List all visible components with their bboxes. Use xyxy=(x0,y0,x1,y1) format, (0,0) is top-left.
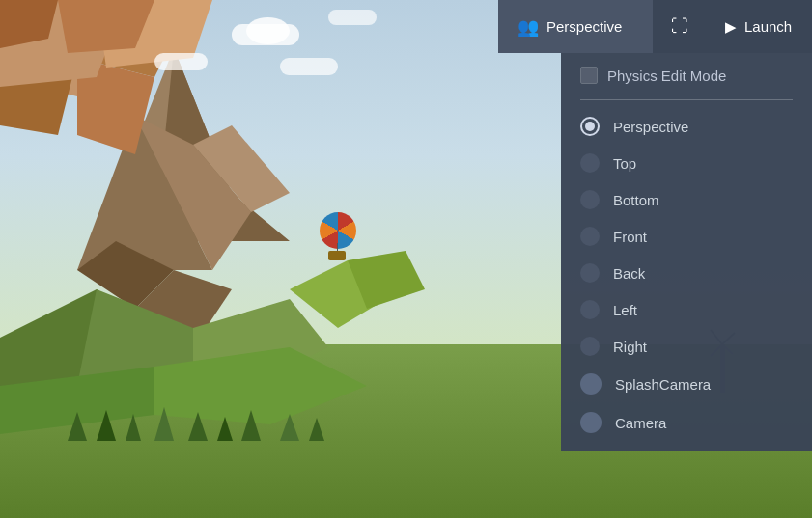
physics-label: Physics Edit Mode xyxy=(607,68,726,84)
menu-divider xyxy=(580,99,793,100)
svg-marker-31 xyxy=(188,412,208,441)
cloud-3 xyxy=(280,58,338,75)
svg-marker-32 xyxy=(217,417,233,441)
hot-air-balloon xyxy=(319,212,357,260)
physics-checkbox[interactable] xyxy=(580,67,598,84)
balloon-envelope xyxy=(320,212,356,249)
perspective-label: Perspective xyxy=(546,18,622,35)
radio-inner-perspective xyxy=(585,122,595,131)
view-option-left[interactable]: Left xyxy=(561,291,812,328)
view-back-label: Back xyxy=(613,265,645,282)
view-option-perspective[interactable]: Perspective xyxy=(561,108,812,145)
launch-button[interactable]: ▶ Launch xyxy=(706,0,812,53)
fullscreen-button[interactable]: ⛶ xyxy=(653,0,706,53)
radio-perspective xyxy=(580,117,600,136)
balloon-basket xyxy=(328,251,346,260)
svg-marker-33 xyxy=(241,410,261,441)
svg-marker-30 xyxy=(154,407,174,441)
radio-splashcamera xyxy=(580,373,602,395)
cliff-rocks xyxy=(0,0,212,154)
view-option-bottom[interactable]: Bottom xyxy=(561,181,812,218)
view-camera-label: Camera xyxy=(615,415,666,431)
view-perspective-label: Perspective xyxy=(613,119,688,135)
view-bottom-label: Bottom xyxy=(613,192,659,208)
trees xyxy=(48,364,338,441)
view-left-label: Left xyxy=(613,302,637,318)
launch-play-icon: ▶ xyxy=(725,18,737,36)
perspective-button[interactable]: 👥 Perspective xyxy=(498,0,653,53)
fullscreen-icon: ⛶ xyxy=(671,16,688,37)
view-option-right[interactable]: Right xyxy=(561,328,812,365)
view-splashcamera-label: SplashCamera xyxy=(615,376,711,393)
svg-marker-28 xyxy=(97,410,116,441)
svg-marker-27 xyxy=(68,412,87,441)
physics-edit-mode-row[interactable]: Physics Edit Mode xyxy=(561,53,812,97)
view-right-label: Right xyxy=(613,339,647,355)
radio-right xyxy=(580,337,600,356)
view-option-front[interactable]: Front xyxy=(561,218,812,255)
svg-marker-29 xyxy=(126,414,141,441)
cloud-4 xyxy=(328,10,377,25)
view-option-top[interactable]: Top xyxy=(561,145,812,181)
radio-left xyxy=(580,300,600,319)
view-option-back[interactable]: Back xyxy=(561,255,812,291)
svg-marker-35 xyxy=(309,418,324,441)
balloon-rope xyxy=(337,243,338,251)
radio-bottom xyxy=(580,190,600,209)
radio-camera xyxy=(580,412,602,433)
cloud-2 xyxy=(154,53,208,70)
svg-marker-34 xyxy=(280,414,299,441)
view-dropdown-menu: Physics Edit Mode Perspective Top Bottom… xyxy=(561,53,812,451)
perspective-icon: 👥 xyxy=(518,16,539,38)
view-option-camera[interactable]: Camera xyxy=(561,403,812,442)
top-bar: 👥 Perspective ⛶ ▶ Launch xyxy=(498,0,812,53)
radio-front xyxy=(580,227,600,246)
launch-label: Launch xyxy=(744,18,792,35)
view-top-label: Top xyxy=(613,155,636,172)
view-option-splashcamera[interactable]: SplashCamera xyxy=(561,365,812,403)
radio-top xyxy=(580,153,600,173)
cloud-1-puff xyxy=(246,17,290,44)
radio-back xyxy=(580,263,600,283)
view-front-label: Front xyxy=(613,229,647,245)
